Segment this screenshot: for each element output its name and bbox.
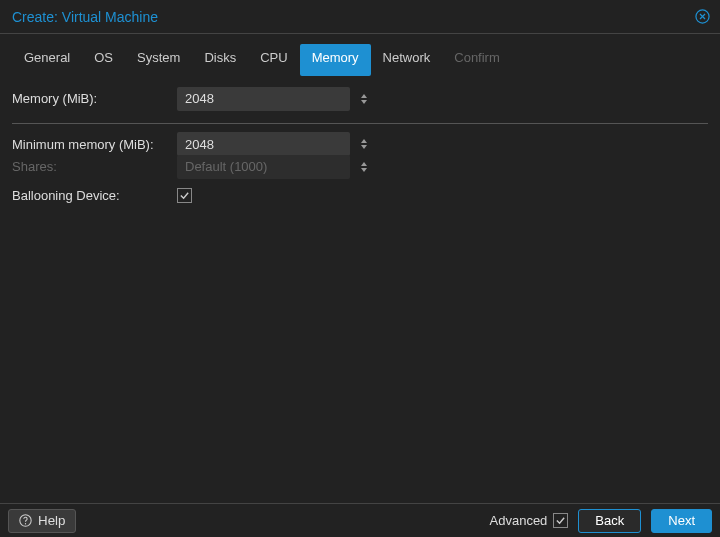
min-memory-label: Minimum memory (MiB): — [12, 137, 177, 152]
min-memory-spinner[interactable] — [361, 132, 367, 156]
close-icon[interactable] — [694, 9, 710, 25]
next-button[interactable]: Next — [651, 509, 712, 533]
tab-bar: General OS System Disks CPU Memory Netwo… — [0, 34, 720, 76]
dialog-title: Create: Virtual Machine — [12, 9, 158, 25]
tab-os[interactable]: OS — [82, 44, 125, 76]
form-content: Memory (MiB): Minimum memory (MiB): Shar… — [0, 76, 720, 210]
help-label: Help — [38, 513, 65, 528]
tab-memory[interactable]: Memory — [300, 44, 371, 76]
memory-input[interactable] — [177, 87, 361, 111]
chevron-up-icon — [361, 94, 367, 98]
shares-input — [177, 155, 361, 179]
tab-system[interactable]: System — [125, 44, 192, 76]
ballooning-label: Ballooning Device: — [12, 188, 177, 203]
advanced-checkbox[interactable] — [553, 513, 568, 528]
svg-point-2 — [25, 523, 26, 524]
memory-spinner[interactable] — [361, 87, 367, 111]
chevron-down-icon — [361, 168, 367, 172]
tab-cpu[interactable]: CPU — [248, 44, 299, 76]
chevron-down-icon — [361, 100, 367, 104]
tab-network[interactable]: Network — [371, 44, 443, 76]
tab-disks[interactable]: Disks — [192, 44, 248, 76]
back-button[interactable]: Back — [578, 509, 641, 533]
shares-label: Shares: — [12, 159, 177, 174]
shares-field-wrap — [177, 155, 350, 179]
advanced-toggle[interactable]: Advanced — [490, 513, 569, 528]
check-icon — [179, 190, 190, 201]
memory-label: Memory (MiB): — [12, 91, 177, 106]
ballooning-checkbox[interactable] — [177, 188, 192, 203]
min-memory-field-wrap — [177, 132, 350, 156]
chevron-up-icon — [361, 162, 367, 166]
min-memory-input[interactable] — [177, 132, 361, 156]
memory-field-wrap — [177, 87, 350, 111]
chevron-up-icon — [361, 139, 367, 143]
tab-confirm: Confirm — [442, 44, 512, 76]
check-icon — [555, 515, 566, 526]
advanced-label: Advanced — [490, 513, 548, 528]
shares-spinner — [361, 155, 367, 179]
tab-general[interactable]: General — [12, 44, 82, 76]
help-button[interactable]: Help — [8, 509, 76, 533]
dialog-footer: Help Advanced Back Next — [0, 503, 720, 537]
chevron-down-icon — [361, 145, 367, 149]
help-icon — [19, 514, 32, 527]
